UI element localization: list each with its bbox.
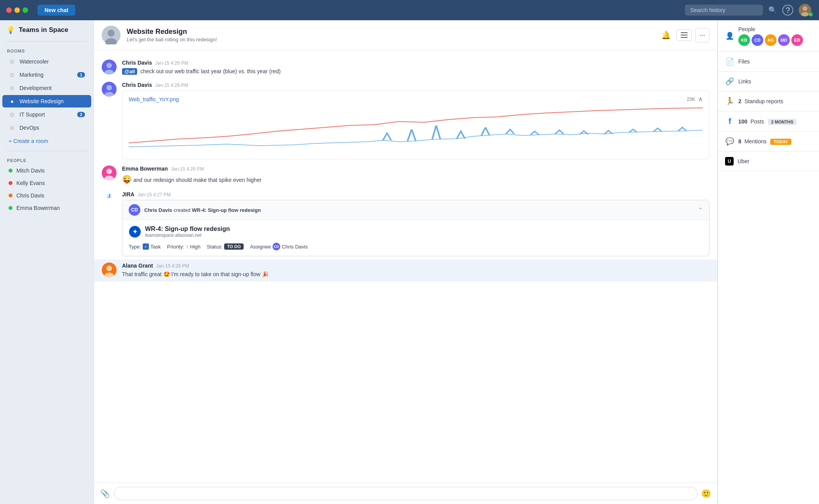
channel-details-button[interactable] — [676, 29, 692, 41]
status-dot-online — [9, 206, 12, 210]
links-label: Links — [738, 78, 751, 85]
mentions-label: 8 Mentions TODAY — [738, 138, 791, 145]
jira-issue-title: WR-4: Sign-up flow redesign — [145, 226, 230, 233]
search-icon[interactable]: 🔍 — [768, 6, 777, 14]
jira-card[interactable]: CD Chris Davis created WR-4: Sign-up flo… — [122, 200, 709, 256]
close-window-button[interactable] — [6, 7, 12, 13]
jira-type: Type: ✓ Task — [129, 243, 161, 250]
notification-bell-button[interactable]: 🔔 — [659, 28, 673, 42]
sidebar-item-website-redesign[interactable]: ● Website Redesign — [2, 95, 91, 107]
jira-creator-avatar: CD — [129, 204, 140, 216]
message-row-emma: Emma Bowerman Jan-15 4:26 PM 😜 and our r… — [94, 162, 717, 188]
mention-badge: @all — [122, 68, 137, 75]
message-text: @all check out our web traffic last year… — [122, 67, 709, 76]
minimize-window-button[interactable] — [14, 7, 20, 13]
standup-count: 2 — [738, 98, 741, 104]
posts-label: 100 Posts 2 MONTHS — [738, 118, 796, 125]
svg-point-16 — [106, 169, 112, 174]
channel-avatar — [102, 26, 120, 44]
panel-links-section[interactable]: 🔗 Links — [718, 72, 819, 92]
sidebar-item-marketing[interactable]: ⊙ Marketing 1 — [2, 69, 91, 81]
jira-creator-name: Chris Davis — [144, 207, 172, 213]
status-dot-online — [9, 169, 12, 173]
chat-area: Website Redesign Let's get the ball roll… — [94, 20, 718, 504]
posts-count: 100 — [738, 118, 747, 125]
sidebar-divider-2 — [6, 151, 87, 151]
message-body-emma: Emma Bowerman Jan-15 4:26 PM 😜 and our r… — [122, 166, 709, 185]
panel-files-section[interactable]: 📄 Files — [718, 52, 819, 72]
sidebar-person-mitch-davis[interactable]: Mitch Davis — [2, 165, 91, 176]
svg-point-4 — [108, 30, 115, 37]
svg-point-10 — [106, 63, 112, 68]
jira-source-icon: J — [106, 193, 112, 199]
panel-posts-section[interactable]: f 100 Posts 2 MONTHS — [718, 111, 819, 132]
room-icon: ⊙ — [9, 125, 16, 131]
jira-card-body: ✦ WR-4: Sign-up flow redesign teamsinspa… — [122, 220, 709, 256]
avatar — [102, 263, 117, 277]
message-input[interactable] — [114, 487, 697, 500]
jira-assignee: Assignee CD Chris Davis — [250, 243, 308, 250]
emoji-picker-icon[interactable]: 🙂 — [701, 489, 711, 498]
message-time: Jan-15 4:26 PM — [171, 166, 204, 172]
files-label: Files — [738, 58, 750, 65]
posts-tag: 2 MONTHS — [768, 119, 796, 125]
chat-header: Website Redesign Let's get the ball roll… — [94, 20, 717, 50]
help-icon[interactable]: ? — [782, 5, 793, 16]
jira-priority: Priority: ↑ High — [167, 243, 201, 250]
channel-subtitle: Let's get the ball rolling on this redes… — [127, 37, 653, 42]
message-text: 😜 and our redesign should make that spik… — [122, 173, 709, 185]
panel-uber-section[interactable]: U Uber — [718, 152, 819, 171]
sender-name: Chris Davis — [122, 60, 152, 66]
mentions-tag: TODAY — [770, 139, 791, 145]
new-chat-button[interactable]: New chat — [37, 5, 75, 16]
svg-point-21 — [106, 266, 112, 271]
panel-mentions-section[interactable]: 💬 8 Mentions TODAY — [718, 132, 819, 152]
message-time: Jan-15 4:26 PM — [155, 60, 188, 66]
team-name[interactable]: 💡 Teams in Space — [0, 20, 94, 38]
message-row: Chris Davis Jan-15 4:26 PM @all check ou… — [94, 56, 717, 79]
files-icon: 📄 — [725, 57, 734, 66]
sidebar-item-watercooler[interactable]: ⊙ Watercooler — [2, 55, 91, 68]
more-options-button[interactable]: ··· — [695, 28, 709, 42]
lightbulb-icon: 💡 — [6, 26, 15, 34]
panel-people-section[interactable]: 👤 People KB CD AG MD EB — [718, 20, 819, 52]
sidebar-person-kelly-evans[interactable]: Kelly Evans — [2, 177, 91, 189]
maximize-window-button[interactable] — [23, 7, 28, 13]
right-panel: 👤 People KB CD AG MD EB 📄 Files 🔗 Links — [718, 20, 819, 504]
collapse-jira-icon[interactable]: ⌃ — [698, 206, 703, 214]
sender-name: Emma Bowerman — [122, 166, 168, 172]
jira-status-badge: TO DO — [224, 243, 244, 250]
sidebar-person-emma-bowerman[interactable]: Emma Bowerman — [2, 202, 91, 214]
attach-file-icon[interactable]: 📎 — [100, 489, 110, 498]
priority-up-icon: ↑ — [186, 243, 189, 250]
collapse-icon[interactable]: ∧ — [698, 95, 703, 103]
avatar — [102, 82, 117, 97]
message-body-chart: Chris Davis Jan-15 4:26 PM Web_traffic_Y… — [122, 82, 709, 159]
jira-source-label: JIRA — [122, 191, 134, 197]
jira-issue-icon: ✦ — [129, 226, 141, 238]
avatar — [102, 166, 117, 180]
sidebar-item-devops[interactable]: ⊙ DevOps — [2, 122, 91, 134]
sidebar-person-chris-davis[interactable]: Chris Davis — [2, 190, 91, 201]
main-layout: 💡 Teams in Space ROOMS ⊙ Watercooler ⊙ M… — [0, 20, 819, 504]
person-avatar-5: EB — [791, 34, 803, 46]
mentions-count: 8 — [738, 138, 741, 145]
jira-meta: Type: ✓ Task Priority: ↑ High — [129, 243, 703, 250]
people-avatars: KB CD AG MD EB — [738, 34, 812, 46]
mentions-icon: 💬 — [725, 137, 734, 146]
svg-point-1 — [803, 6, 807, 11]
room-icon: ⊙ — [9, 72, 16, 78]
person-avatar-2: CD — [752, 34, 763, 46]
task-checkbox-icon: ✓ — [143, 243, 149, 250]
jira-issue-url: teamsinspace.atlassian.net — [145, 233, 230, 238]
panel-standup-section[interactable]: 🏃 2 Standup reports — [718, 92, 819, 111]
room-icon-active: ● — [9, 98, 16, 104]
sidebar-item-development[interactable]: ⊙ Development — [2, 82, 91, 94]
chart-attachment[interactable]: Web_traffic_YoY.png 23K ∧ — [122, 90, 709, 159]
svg-rect-7 — [681, 35, 688, 35]
create-room-link[interactable]: + Create a room — [2, 135, 91, 147]
rooms-section-label: ROOMS — [0, 45, 94, 55]
search-history-input[interactable] — [685, 5, 763, 16]
channel-info: Website Redesign Let's get the ball roll… — [127, 28, 653, 42]
sidebar-item-it-support[interactable]: ⊙ IT Support 2 — [2, 108, 91, 121]
